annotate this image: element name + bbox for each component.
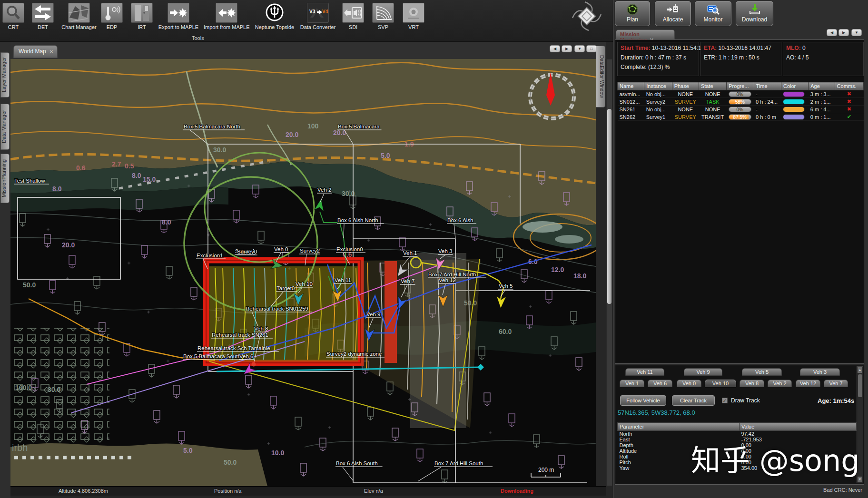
column-header[interactable]: Color	[781, 82, 808, 90]
plan-button[interactable]: Plan	[615, 1, 650, 26]
svg-text:Survey2 dynamic zone: Survey2 dynamic zone	[326, 351, 382, 357]
window-left-arrow-button[interactable]: ◀	[550, 45, 560, 52]
monitor-icon	[695, 3, 731, 16]
vehicle-tab-veh-8[interactable]: Veh 8	[740, 380, 764, 387]
toolbar-item-export-to-maple[interactable]: Export to MAPLE	[156, 3, 201, 30]
parameter-row[interactable]: Pitch0.00	[618, 459, 857, 465]
clear-track-button[interactable]: Clear Track	[672, 395, 715, 406]
tab-world-map[interactable]: World Map✕	[13, 45, 58, 58]
mission-table-row[interactable]: SN261No obj...NONENONE0%-6 m : 4...✖	[618, 106, 864, 113]
map-label: Veh 3	[438, 248, 453, 254]
svg-text:Veh 0: Veh 0	[274, 246, 288, 252]
mission-info-left: Start Time: 10-13-2016 11:54:1 Duration:…	[617, 42, 699, 76]
window-dropdown-button[interactable]: ▼	[574, 45, 585, 52]
tab-mission-monitoring[interactable]: Mission Monitoring✕	[616, 29, 675, 39]
svg-text:Veh 1: Veh 1	[403, 250, 417, 256]
map-label: Veh 12	[438, 277, 456, 283]
vehicle-tab-veh-3[interactable]: Veh 3	[800, 368, 840, 376]
depth-mark: 50.0	[224, 459, 237, 466]
toolbar-item-vrt[interactable]: VRT	[391, 3, 436, 30]
vehicle-marker[interactable]	[252, 362, 256, 367]
tab-dataeditor-window[interactable]: DataEditor Window	[596, 46, 605, 107]
column-header[interactable]: Progre...	[727, 82, 754, 90]
map-label: Box 6 Alsh North	[337, 217, 384, 224]
maple-import-icon	[216, 3, 237, 23]
svg-text:Veh 3: Veh 3	[438, 248, 452, 254]
draw-track-checkbox[interactable]: ✓	[722, 398, 728, 403]
parameter-row[interactable]: Yaw354.00	[618, 465, 857, 471]
column-header[interactable]: Value	[740, 423, 857, 431]
svg-text:Box 6 Alsh South: Box 6 Alsh South	[336, 460, 378, 466]
svg-text:Box 5 Balmacara South: Box 5 Balmacara South	[183, 353, 241, 359]
svg-text:Rehearsal track Sch Tamainie: Rehearsal track Sch Tamainie	[197, 345, 270, 351]
parameter-row[interactable]: Altitude0.00	[618, 448, 857, 454]
depth-mark: 50.0	[23, 281, 36, 289]
mission-table-row[interactable]: asvmin...No obj...NONENONE0%-3 m : 3...✖	[618, 90, 864, 98]
vehicle-tab-veh-5[interactable]: Veh 5	[742, 368, 782, 376]
vehicle-tab-veh-7[interactable]: Veh 7	[824, 380, 848, 387]
column-header[interactable]: Phase	[672, 82, 699, 90]
map-label: Box 5 Balmacara	[337, 124, 382, 130]
depth-mark: 8.0	[52, 185, 62, 193]
vehicle-tab-veh-12[interactable]: Veh 12	[796, 380, 820, 387]
download-button[interactable]: Download	[736, 1, 773, 26]
panel-right-arrow-button[interactable]: ▶	[838, 29, 849, 36]
svg-text:V3: V3	[309, 9, 316, 14]
mission-table-row[interactable]: SN012...Survey2SURVEYTASK58%0 h : 24...2…	[618, 98, 864, 106]
column-header[interactable]: Age	[809, 82, 835, 90]
map-label: Veh 8	[254, 326, 269, 332]
svg-text:Exclusion1: Exclusion1	[197, 253, 223, 258]
vehicle-tab-veh-1[interactable]: Veh 1	[620, 380, 644, 387]
depth-mark: 30.0	[213, 146, 226, 154]
column-header[interactable]: Parameter	[618, 423, 740, 431]
mission-info-middle: ETA: 10-13-2016 14:01:47 ETR: 1 h : 19 m…	[700, 42, 781, 76]
parameter-row[interactable]: North97.42	[618, 431, 857, 437]
action-button-label: Allocate	[655, 16, 690, 23]
toolbar-item-neptune-topside[interactable]: Neptune Topside	[252, 3, 297, 30]
scroll-up-icon[interactable]: ▲	[858, 367, 862, 373]
column-header[interactable]: Instance	[644, 82, 672, 90]
vehicle-tab-veh-9[interactable]: Veh 9	[684, 368, 722, 376]
column-header[interactable]: Comms.	[835, 82, 863, 90]
toolbar-item-label: Neptune Topside	[252, 24, 297, 30]
panel-dropdown-button[interactable]: ▼	[851, 29, 862, 36]
vehicle-panel-scrollbar[interactable]: ▲ ▼	[857, 366, 863, 483]
sidebar-tab-data-manager[interactable]: Data Manager	[0, 104, 10, 150]
comms-ok-icon: ✔	[847, 114, 851, 119]
downloading-status: Downloading	[501, 488, 533, 494]
map-scale-label: 200 m	[538, 467, 554, 473]
window-right-arrow-button[interactable]: ▶	[562, 45, 572, 52]
world-map-canvas[interactable]: 30.020.010020.00.62.70.58.015.08.030.05.…	[10, 59, 596, 486]
column-header[interactable]: State	[699, 82, 726, 90]
spinner-logo-icon	[564, 0, 612, 38]
sidebar-tab-missionplanning[interactable]: MissionPlanning	[0, 154, 10, 203]
column-header[interactable]: Time	[754, 82, 781, 90]
follow-vehicle-button[interactable]: Follow Vehicle	[620, 395, 666, 406]
monitor-button[interactable]: Monitor	[695, 1, 731, 26]
depth-mark: 30.0	[48, 386, 60, 393]
map-vertical-scrollbar[interactable]	[606, 59, 612, 486]
allocate-button[interactable]: Allocate	[655, 1, 691, 26]
close-icon[interactable]: ✕	[49, 49, 53, 54]
vehicle-tab-veh-2[interactable]: Veh 2	[768, 380, 792, 387]
sidebar-tab-layer-manager[interactable]: Layer Manager	[0, 52, 10, 98]
panel-left-arrow-button[interactable]: ◀	[827, 29, 837, 36]
column-header[interactable]: Name	[618, 82, 644, 90]
vehicle-tab-veh-10[interactable]: Veh 10	[705, 380, 736, 387]
scroll-down-icon[interactable]: ▼	[858, 477, 862, 482]
mission-table-row[interactable]: SN262Survey1SURVEYTRANSIT87.5%0 h : 0 m0…	[618, 113, 864, 121]
scrollbar-thumb[interactable]	[607, 109, 612, 304]
scrollbar-thumb[interactable]	[858, 374, 862, 397]
toolbar-item-label: Export to MAPLE	[156, 24, 201, 30]
vehicle-tab-veh-11[interactable]: Veh 11	[625, 368, 664, 376]
vehicle-tab-veh-6[interactable]: Veh 6	[648, 380, 672, 387]
window-maximize-button[interactable]: □	[586, 45, 597, 52]
parameter-row[interactable]: Depth0.00	[618, 442, 857, 448]
parameter-row[interactable]: Roll0.00	[618, 454, 857, 459]
mission-table[interactable]: NameInstancePhaseStateProgre...TimeColor…	[617, 82, 864, 121]
vehicle-tab-veh-0[interactable]: Veh 0	[677, 380, 701, 387]
parameter-row[interactable]: East-721.953	[618, 437, 857, 442]
parameter-table[interactable]: ParameterValueNorth97.42East-721.953Dept…	[617, 422, 857, 471]
toolbar-item-import-from-maple[interactable]: Import from MAPLE	[204, 3, 249, 30]
depth-mark: 20.0	[62, 241, 75, 249]
